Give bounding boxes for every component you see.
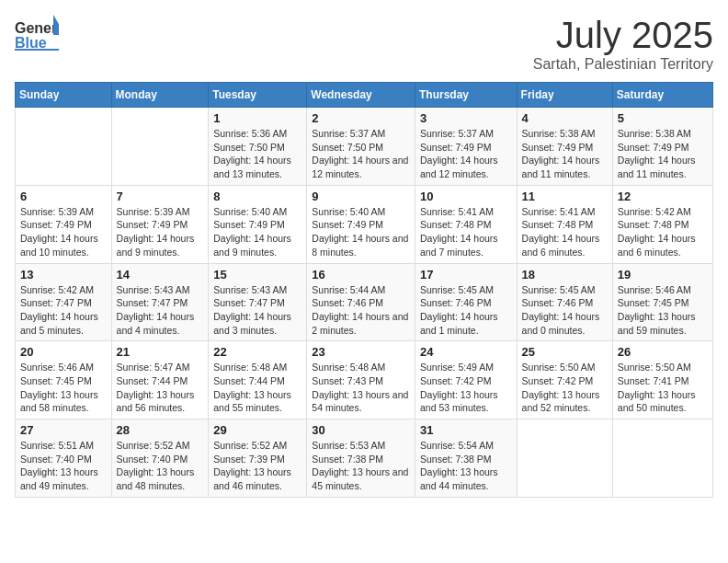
day-number: 9 xyxy=(312,190,410,203)
day-info: Sunrise: 5:47 AMSunset: 7:44 PMDaylight:… xyxy=(117,361,204,415)
day-info: Sunrise: 5:52 AMSunset: 7:39 PMDaylight:… xyxy=(213,439,301,493)
day-number: 23 xyxy=(312,345,410,359)
svg-text:General: General xyxy=(15,20,59,36)
day-info: Sunrise: 5:40 AMSunset: 7:49 PMDaylight:… xyxy=(213,205,301,259)
day-number: 10 xyxy=(420,190,512,203)
day-info: Sunrise: 5:48 AMSunset: 7:43 PMDaylight:… xyxy=(312,361,410,415)
calendar-cell: 27 Sunrise: 5:51 AMSunset: 7:40 PMDaylig… xyxy=(16,419,112,498)
header-sunday: Sunday xyxy=(16,83,112,108)
header-friday: Friday xyxy=(517,83,612,108)
header-thursday: Thursday xyxy=(415,83,517,108)
header-tuesday: Tuesday xyxy=(209,83,307,108)
day-number: 25 xyxy=(522,345,608,359)
calendar-cell: 2 Sunrise: 5:37 AMSunset: 7:50 PMDayligh… xyxy=(307,108,415,186)
day-number: 3 xyxy=(420,111,512,125)
title-block: July 2025 Sartah, Palestinian Territory xyxy=(533,15,713,73)
month-title: July 2025 xyxy=(533,15,713,56)
calendar-cell: 5 Sunrise: 5:38 AMSunset: 7:49 PMDayligh… xyxy=(612,108,712,186)
calendar-cell: 25 Sunrise: 5:50 AMSunset: 7:42 PMDaylig… xyxy=(517,341,612,419)
day-number: 21 xyxy=(117,345,204,359)
header-wednesday: Wednesday xyxy=(307,83,415,108)
logo: General Blue xyxy=(15,15,59,52)
day-number: 27 xyxy=(20,423,107,437)
header-saturday: Saturday xyxy=(612,83,712,108)
day-info: Sunrise: 5:42 AMSunset: 7:48 PMDaylight:… xyxy=(618,205,708,259)
day-info: Sunrise: 5:45 AMSunset: 7:46 PMDaylight:… xyxy=(420,283,512,338)
calendar-cell: 11 Sunrise: 5:41 AMSunset: 7:48 PMDaylig… xyxy=(517,185,612,263)
day-number: 5 xyxy=(618,111,708,125)
day-number: 6 xyxy=(20,190,107,203)
calendar-cell: 31 Sunrise: 5:54 AMSunset: 7:38 PMDaylig… xyxy=(415,419,517,498)
day-info: Sunrise: 5:39 AMSunset: 7:49 PMDaylight:… xyxy=(20,205,107,259)
day-number: 12 xyxy=(618,190,708,203)
day-info: Sunrise: 5:37 AMSunset: 7:49 PMDaylight:… xyxy=(420,127,512,181)
day-info: Sunrise: 5:41 AMSunset: 7:48 PMDaylight:… xyxy=(522,205,608,259)
day-info: Sunrise: 5:52 AMSunset: 7:40 PMDaylight:… xyxy=(117,439,204,493)
day-info: Sunrise: 5:48 AMSunset: 7:44 PMDaylight:… xyxy=(213,361,301,415)
calendar-cell: 12 Sunrise: 5:42 AMSunset: 7:48 PMDaylig… xyxy=(612,185,712,263)
day-number: 19 xyxy=(618,268,708,282)
location-subtitle: Sartah, Palestinian Territory xyxy=(533,56,713,73)
day-info: Sunrise: 5:39 AMSunset: 7:49 PMDaylight:… xyxy=(117,205,204,259)
day-info: Sunrise: 5:44 AMSunset: 7:46 PMDaylight:… xyxy=(312,283,410,338)
day-number: 22 xyxy=(213,345,301,359)
calendar-cell: 26 Sunrise: 5:50 AMSunset: 7:41 PMDaylig… xyxy=(612,341,712,419)
day-info: Sunrise: 5:54 AMSunset: 7:38 PMDaylight:… xyxy=(420,439,512,493)
day-info: Sunrise: 5:46 AMSunset: 7:45 PMDaylight:… xyxy=(618,283,708,338)
day-number: 8 xyxy=(213,190,301,203)
day-info: Sunrise: 5:46 AMSunset: 7:45 PMDaylight:… xyxy=(20,361,107,415)
calendar-cell: 8 Sunrise: 5:40 AMSunset: 7:49 PMDayligh… xyxy=(209,185,307,263)
day-info: Sunrise: 5:38 AMSunset: 7:49 PMDaylight:… xyxy=(522,127,608,181)
calendar-cell: 21 Sunrise: 5:47 AMSunset: 7:44 PMDaylig… xyxy=(111,341,209,419)
calendar-cell: 29 Sunrise: 5:52 AMSunset: 7:39 PMDaylig… xyxy=(209,419,307,498)
day-number: 4 xyxy=(522,111,608,125)
calendar-table: Sunday Monday Tuesday Wednesday Thursday… xyxy=(15,82,713,498)
day-info: Sunrise: 5:40 AMSunset: 7:49 PMDaylight:… xyxy=(312,205,410,259)
calendar-cell: 20 Sunrise: 5:46 AMSunset: 7:45 PMDaylig… xyxy=(16,341,112,419)
calendar-cell xyxy=(16,108,112,186)
calendar-week-row: 20 Sunrise: 5:46 AMSunset: 7:45 PMDaylig… xyxy=(16,341,713,419)
calendar-cell: 14 Sunrise: 5:43 AMSunset: 7:47 PMDaylig… xyxy=(111,263,209,341)
day-info: Sunrise: 5:41 AMSunset: 7:48 PMDaylight:… xyxy=(420,205,512,259)
calendar-cell: 10 Sunrise: 5:41 AMSunset: 7:48 PMDaylig… xyxy=(415,185,517,263)
day-info: Sunrise: 5:42 AMSunset: 7:47 PMDaylight:… xyxy=(20,283,107,338)
day-number: 30 xyxy=(312,423,410,437)
calendar-cell: 9 Sunrise: 5:40 AMSunset: 7:49 PMDayligh… xyxy=(307,185,415,263)
day-number: 11 xyxy=(522,190,608,203)
calendar-cell: 30 Sunrise: 5:53 AMSunset: 7:38 PMDaylig… xyxy=(307,419,415,498)
calendar-week-row: 27 Sunrise: 5:51 AMSunset: 7:40 PMDaylig… xyxy=(16,419,713,498)
day-number: 15 xyxy=(213,268,301,282)
logo-icon: General Blue xyxy=(15,15,59,52)
calendar-week-row: 6 Sunrise: 5:39 AMSunset: 7:49 PMDayligh… xyxy=(16,185,713,263)
day-info: Sunrise: 5:53 AMSunset: 7:38 PMDaylight:… xyxy=(312,439,410,493)
calendar-cell xyxy=(517,419,612,498)
calendar-cell: 7 Sunrise: 5:39 AMSunset: 7:49 PMDayligh… xyxy=(111,185,209,263)
calendar-cell: 4 Sunrise: 5:38 AMSunset: 7:49 PMDayligh… xyxy=(517,108,612,186)
calendar-cell: 13 Sunrise: 5:42 AMSunset: 7:47 PMDaylig… xyxy=(16,263,112,341)
day-info: Sunrise: 5:36 AMSunset: 7:50 PMDaylight:… xyxy=(213,127,301,181)
header-monday: Monday xyxy=(111,83,209,108)
calendar-cell xyxy=(111,108,209,186)
day-info: Sunrise: 5:45 AMSunset: 7:46 PMDaylight:… xyxy=(522,283,608,338)
page-header: General Blue July 2025 Sartah, Palestini… xyxy=(15,15,713,73)
day-info: Sunrise: 5:37 AMSunset: 7:50 PMDaylight:… xyxy=(312,127,410,181)
day-number: 31 xyxy=(420,423,512,437)
calendar-cell: 17 Sunrise: 5:45 AMSunset: 7:46 PMDaylig… xyxy=(415,263,517,341)
calendar-header-row: Sunday Monday Tuesday Wednesday Thursday… xyxy=(16,83,713,108)
day-info: Sunrise: 5:50 AMSunset: 7:41 PMDaylight:… xyxy=(618,361,708,415)
day-number: 24 xyxy=(420,345,512,359)
calendar-cell: 16 Sunrise: 5:44 AMSunset: 7:46 PMDaylig… xyxy=(307,263,415,341)
day-number: 14 xyxy=(117,268,204,282)
calendar-cell: 18 Sunrise: 5:45 AMSunset: 7:46 PMDaylig… xyxy=(517,263,612,341)
calendar-cell xyxy=(612,419,712,498)
day-number: 29 xyxy=(213,423,301,437)
day-info: Sunrise: 5:50 AMSunset: 7:42 PMDaylight:… xyxy=(522,361,608,415)
calendar-cell: 19 Sunrise: 5:46 AMSunset: 7:45 PMDaylig… xyxy=(612,263,712,341)
calendar-cell: 6 Sunrise: 5:39 AMSunset: 7:49 PMDayligh… xyxy=(16,185,112,263)
svg-text:Blue: Blue xyxy=(15,35,47,51)
day-number: 17 xyxy=(420,268,512,282)
day-number: 2 xyxy=(312,111,410,125)
day-number: 18 xyxy=(522,268,608,282)
day-number: 13 xyxy=(20,268,107,282)
calendar-week-row: 1 Sunrise: 5:36 AMSunset: 7:50 PMDayligh… xyxy=(16,108,713,186)
